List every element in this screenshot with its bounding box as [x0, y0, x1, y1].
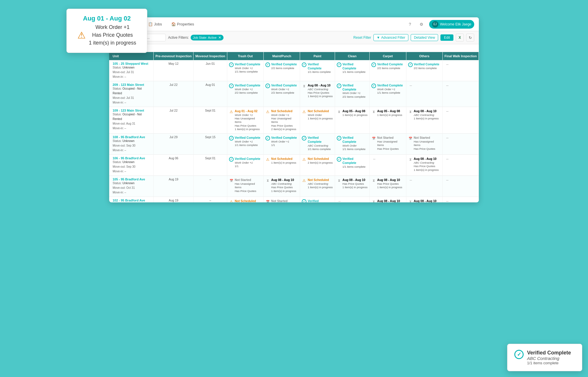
empty-cell-dash: –: [444, 108, 450, 114]
navbar: SuiteSpot 📋 Jobs 🏠 Properties ? ⚙ EJ Wel…: [109, 17, 479, 31]
advanced-filter-button[interactable]: ▼ Advanced Filter: [373, 34, 408, 41]
detailed-view-button[interactable]: Detailed View: [411, 34, 438, 41]
status-detail: 2/2 items complete: [414, 66, 440, 70]
paint-cell: Aug 08 - Aug 10 ABC Contracting Has Pric…: [300, 81, 335, 107]
status-cell[interactable]: Verified Complete Work Order 1/1 items c…: [337, 135, 368, 151]
move-inspect-cell: –: [193, 176, 227, 197]
unit-name[interactable]: 106 - 95 Bradford Ave: [113, 156, 152, 160]
status-title: Aug 08 - Aug 10: [377, 199, 402, 202]
maint-cell: Not Scheduled 1 item(s) in progress: [264, 155, 300, 176]
status-text: Aug 08 - Aug 10 Has Price Quotes1 item(s…: [343, 178, 368, 189]
status-cell[interactable]: Aug 05 - Aug 08 1 item(s) in progress: [337, 109, 368, 117]
status-cell[interactable]: Verified Complete 2/2 items complete: [265, 62, 298, 71]
final-walk-cell: –: [442, 60, 479, 81]
status-cell[interactable]: Verified Complete 2/2 items complete: [408, 62, 441, 71]
status-cell[interactable]: Aug 08 - Aug 10 ABC Contracting 1 item(s…: [408, 109, 441, 121]
refresh-button[interactable]: ↻: [466, 34, 474, 42]
status-cell[interactable]: Aug 05 - Aug 08 1 item(s) in progress: [371, 109, 404, 117]
others-cell: Not Started Has Unassigned ItemsHas Pric…: [406, 134, 442, 155]
carpet-cell: Aug 05 - Aug 08 1 item(s) in progress: [370, 107, 406, 134]
unit-name[interactable]: 105 - 25 Sheppard West: [113, 62, 152, 65]
status-sub: ABC Contracting: [414, 113, 439, 117]
status-cell[interactable]: Verified Complete 1/1 items complete: [337, 156, 368, 169]
status-sub: Work Order +1: [271, 113, 298, 117]
status-cell[interactable]: Verified Complete 1/1 items complete: [337, 62, 368, 75]
status-cell[interactable]: Not Scheduled 1 item(s) in progress: [265, 156, 298, 165]
tooltip-warning-icon: ⚠: [77, 30, 86, 41]
status-text: Not Scheduled Work Order 1 item(s) in pr…: [308, 109, 333, 120]
status-cell[interactable]: Not Scheduled 2 item(s) in progress: [302, 156, 333, 165]
check-circle-icon: [408, 62, 413, 67]
hourglass-icon: [408, 199, 413, 202]
unit-name[interactable]: 209 - 123 Main Street: [113, 83, 152, 86]
status-cell[interactable]: Not Scheduled ABC Contracting 1 item(s) …: [302, 178, 333, 190]
filter-remove-icon[interactable]: ✕: [218, 36, 221, 40]
pre-move-cell: Jul 22: [154, 107, 193, 134]
pre-move-cell: Jul 22: [154, 81, 193, 107]
status-cell[interactable]: Aug 08 - Aug 10 ABC Contracting Has Pric…: [302, 83, 333, 99]
status-cell[interactable]: Verified Complete Work Order +1 2/2 item…: [265, 83, 298, 95]
status-cell[interactable]: Not Started Has Unassigned ItemsHas Pric…: [371, 135, 404, 151]
table-row: 102 - 95 Bradford Ave Status: Unknown Mo…: [109, 197, 479, 202]
status-cell[interactable]: Not Started Has Unassigned ItemsHas Pric…: [408, 135, 441, 151]
maint-cell: Not Started Has UnassignedHas Price Quot…: [264, 197, 300, 202]
settings-icon[interactable]: ⚙: [418, 20, 426, 28]
status-text: Not Started Has Unassigned ItemsHas Pric…: [414, 136, 441, 151]
status-cell[interactable]: Aug 08 - Aug 10 Has Price Quotes1 item(s…: [371, 178, 404, 190]
status-text: Not Started Has Unassigned ItemsHas Pric…: [377, 136, 404, 151]
status-detail: 1/1: [235, 165, 260, 168]
unit-movein: Move-in: –: [113, 100, 152, 105]
status-cell[interactable]: Aug 08 - Aug 10 ABC Contracting 1 item(s…: [371, 199, 404, 202]
status-cell[interactable]: Not Scheduled Work Order 1 item(s) in pr…: [302, 109, 333, 121]
edit-button[interactable]: Edit: [440, 34, 453, 41]
pre-move-cell: May 12: [154, 60, 193, 81]
check-circle-icon: [265, 84, 270, 88]
final-walk-cell: –: [442, 176, 479, 197]
unit-name[interactable]: 102 - 95 Bradford Ave: [113, 199, 152, 202]
filter-tag[interactable]: Job State: Active ✕: [191, 35, 224, 40]
status-text: Aug 08 - Aug 10 ABC Contracting Has Pric…: [308, 84, 333, 98]
nav-jobs[interactable]: 📋 Jobs: [146, 17, 164, 31]
unit-status: Status: Unknown: [113, 65, 152, 70]
maint-cell: Verified Complete Work Order +1 2/2 item…: [264, 81, 300, 107]
empty-cell-dash: –: [337, 198, 343, 202]
user-badge[interactable]: EJ Welcome Elik Jaege: [429, 20, 475, 29]
status-cell[interactable]: Not Started Has UnassignedItemsHas Price…: [229, 178, 262, 193]
status-detail: 2 item(s) in progress: [271, 127, 298, 131]
status-cell[interactable]: Aug 08 - Aug 10 ABC Contracting Has Pric…: [265, 178, 298, 193]
help-icon[interactable]: ?: [406, 20, 414, 28]
excel-export-button[interactable]: X: [456, 34, 464, 42]
status-detail: 1 item(s) in progress: [343, 113, 368, 117]
status-cell[interactable]: Aug 08 - Aug 10 Has Price Quotes1 item(s…: [337, 178, 368, 190]
unit-name[interactable]: 105 - 95 Bradford Ave: [113, 178, 152, 181]
status-cell[interactable]: Verified Complete Work Order +1 1/1 item…: [229, 62, 262, 74]
status-cell[interactable]: Aug 08 - Aug 10 ABC Contracting 1 item(s…: [408, 199, 441, 202]
status-cell[interactable]: Not Started Has UnassignedHas Price Quot…: [265, 199, 298, 202]
status-detail: 1/1 items complete: [377, 91, 403, 95]
trash-out-cell: Not Scheduled Work Order +1 Has Unassign…: [227, 197, 263, 202]
status-cell[interactable]: Verified Complete Work Order +1 1/1: [265, 135, 298, 147]
status-cell[interactable]: Verified Complete ABC Contracting 1/1 it…: [302, 135, 333, 151]
warning-icon: [265, 109, 270, 114]
status-cell[interactable]: Not Scheduled Work Order +1 Has Unassign…: [265, 109, 298, 132]
status-cell[interactable]: Aug 01 - Aug 02 Work Order +1 Has Unassi…: [229, 109, 262, 132]
status-cell[interactable]: Verified Complete Work Order +1 2/2 item…: [337, 83, 368, 99]
status-cell[interactable]: Not Scheduled Work Order +1 Has Unassign…: [229, 199, 262, 202]
status-cell[interactable]: Verified Complete ABC Contracting 1/1 it…: [302, 199, 333, 202]
status-text: Verified Complete 1/1 items complete: [343, 157, 368, 169]
reset-filter-button[interactable]: Reset Filter: [353, 36, 371, 40]
status-cell[interactable]: Verified Complete 1/1 items complete: [302, 62, 333, 75]
trash-out-cell: Aug 01 - Aug 02 Work Order +1 Has Unassi…: [227, 107, 263, 134]
status-cell[interactable]: Verified Complete Work Order +1 1/1 item…: [371, 83, 404, 95]
status-cell[interactable]: Verified Complete Work Order +1 2/2 item…: [229, 83, 262, 95]
status-cell[interactable]: Verified Complete 2/2 items complete: [371, 62, 404, 71]
nav-properties[interactable]: 🏠 Properties: [169, 17, 196, 31]
status-cell[interactable]: Aug 08 - Aug 10 ABC Contracting Has Pric…: [408, 156, 441, 172]
unit-name[interactable]: 109 - 123 Main Street: [113, 109, 152, 112]
status-title: Verified Complete: [343, 157, 368, 165]
unit-name[interactable]: 108 - 95 Bradford Ave: [113, 135, 152, 139]
calendar-icon: [408, 136, 413, 141]
pre-move-cell: Jul 29: [154, 134, 193, 155]
status-cell[interactable]: Verified Complete Work Order +1 1/1 item…: [229, 135, 262, 147]
status-cell[interactable]: Verified Complete Work Order +1 1/1: [229, 156, 262, 169]
